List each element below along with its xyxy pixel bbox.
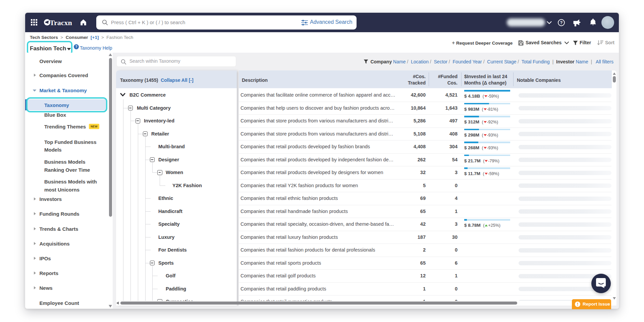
svg-text:?: ? <box>560 20 563 25</box>
svg-text:?: ? <box>75 45 77 49</box>
